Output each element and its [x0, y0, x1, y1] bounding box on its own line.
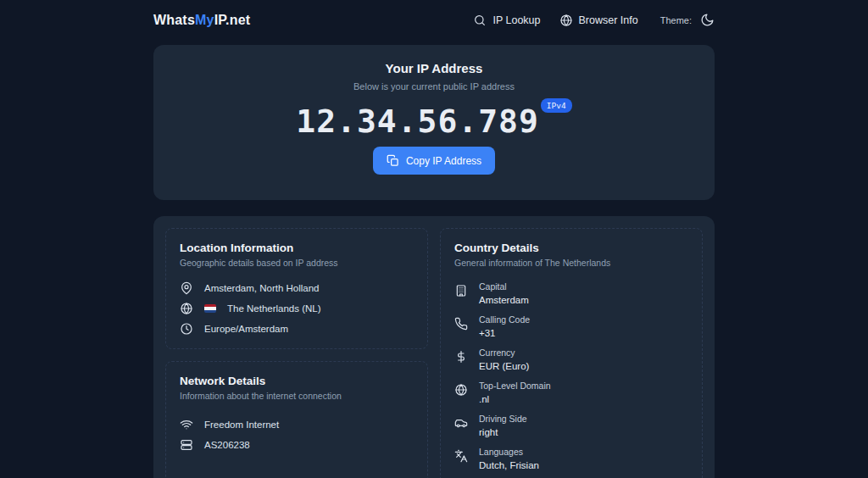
languages-value: Dutch, Frisian: [479, 460, 539, 471]
location-title: Location Information: [180, 242, 414, 254]
search-icon: [473, 14, 487, 27]
netherlands-flag: [204, 304, 216, 313]
list-item-driving-side: Driving Side right: [454, 414, 688, 438]
tld-value: .nl: [479, 394, 551, 405]
ip-card-title: Your IP Address: [174, 61, 694, 75]
calling-code-label: Calling Code: [479, 314, 530, 325]
details-left-column: Location Information Geographic details …: [165, 228, 428, 478]
country-title: Country Details: [454, 242, 688, 254]
ip-version-badge: IPv4: [541, 98, 572, 113]
tld-label: Top-Level Domain: [479, 381, 551, 392]
list-item-languages: Languages Dutch, Frisian: [454, 447, 688, 471]
isp-value: Freedom Internet: [204, 420, 279, 430]
capital-value: Amsterdam: [479, 295, 529, 306]
logo-part-ipnet: IP.net: [214, 13, 251, 27]
phone-icon: [454, 317, 468, 331]
languages-label: Languages: [479, 447, 539, 458]
network-title: Network Details: [180, 375, 414, 387]
logo-part-whats: Whats: [153, 13, 195, 27]
theme-toggle-group: Theme:: [660, 13, 715, 27]
map-pin-icon: [180, 281, 193, 295]
currency-label: Currency: [479, 347, 529, 358]
currency-value: EUR (Euro): [479, 361, 529, 372]
ip-card-subtitle: Below is your current public IP address: [174, 81, 694, 92]
location-subtitle: Geographic details based on IP address: [180, 258, 414, 268]
building-icon: [454, 284, 468, 297]
header-nav: IP Lookup Browser Info Theme:: [473, 13, 715, 27]
country-subtitle: General information of The Netherlands: [454, 258, 688, 268]
nav-item-ip-lookup[interactable]: IP Lookup: [473, 14, 540, 27]
network-details-card: Network Details Information about the in…: [165, 361, 428, 478]
network-subtitle: Information about the internet connectio…: [180, 391, 414, 401]
location-item-list: Amsterdam, North Holland The Netherlands…: [180, 281, 414, 336]
globe-icon: [180, 302, 193, 315]
capital-label: Capital: [479, 281, 529, 292]
clock-icon: [180, 322, 193, 336]
list-item-calling-code: Calling Code +31: [454, 314, 688, 339]
list-item-country: The Netherlands (NL): [180, 302, 414, 315]
site-logo[interactable]: WhatsMyIP.net: [153, 13, 250, 28]
languages-icon: [454, 449, 468, 463]
ip-address-value: 12.34.56.789: [296, 102, 539, 141]
globe-icon: [454, 383, 468, 397]
nav-label: Browser Info: [579, 14, 638, 26]
copy-icon: [387, 154, 399, 167]
nav-item-browser-info[interactable]: Browser Info: [559, 14, 638, 27]
network-item-list: Freedom Internet AS206238: [180, 418, 414, 452]
car-icon: [454, 416, 468, 430]
list-item-capital: Capital Amsterdam: [454, 281, 688, 306]
moon-icon[interactable]: [700, 13, 715, 27]
ip-address-card: Your IP Address Below is your current pu…: [153, 45, 715, 200]
copy-button-label: Copy IP Address: [406, 155, 481, 167]
header: WhatsMyIP.net IP Lookup Browser Info The…: [153, 0, 715, 40]
list-item-isp: Freedom Internet: [180, 418, 414, 431]
list-item-tld: Top-Level Domain .nl: [454, 381, 688, 405]
wifi-icon: [180, 418, 193, 431]
ip-row: 12.34.56.789 IPv4: [174, 102, 694, 141]
server-icon: [180, 438, 193, 452]
timezone-value: Europe/Amsterdam: [204, 324, 288, 334]
location-information-card: Location Information Geographic details …: [165, 228, 428, 349]
globe-icon: [559, 14, 573, 27]
list-item-timezone: Europe/Amsterdam: [180, 322, 414, 336]
list-item-asn: AS206238: [180, 438, 414, 452]
country-details-card: Country Details General information of T…: [440, 228, 703, 478]
theme-label: Theme:: [660, 15, 692, 25]
asn-value: AS206238: [204, 440, 250, 450]
driving-side-value: right: [479, 427, 527, 438]
calling-code-value: +31: [479, 328, 530, 339]
copy-ip-button[interactable]: Copy IP Address: [373, 147, 495, 175]
list-item-currency: Currency EUR (Euro): [454, 347, 688, 372]
details-section: Location Information Geographic details …: [153, 216, 715, 478]
nav-label: IP Lookup: [492, 14, 540, 26]
city-value: Amsterdam, North Holland: [204, 283, 320, 293]
dollar-icon: [454, 350, 468, 364]
country-item-list: Capital Amsterdam Calling Code +31: [454, 281, 688, 471]
country-value: The Netherlands (NL): [227, 303, 321, 314]
logo-part-my: My: [195, 13, 214, 27]
list-item-city: Amsterdam, North Holland: [180, 281, 414, 295]
driving-side-label: Driving Side: [479, 414, 527, 425]
